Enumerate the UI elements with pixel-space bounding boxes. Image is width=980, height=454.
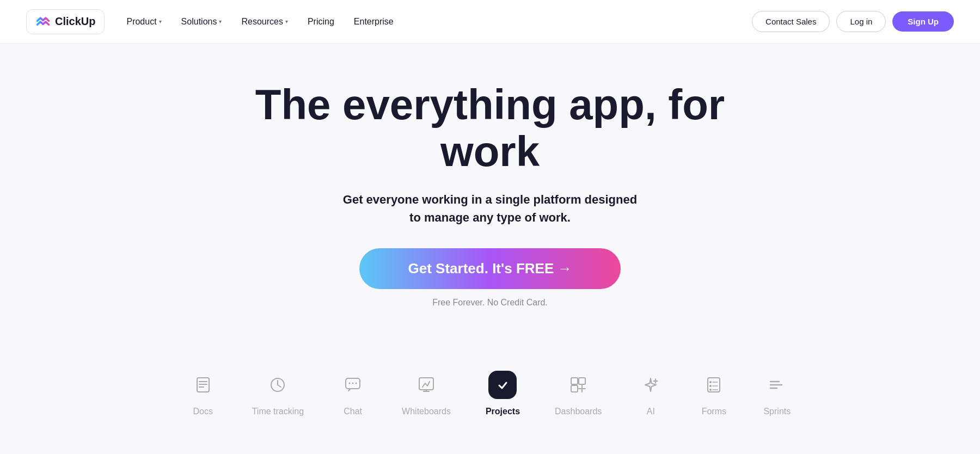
tab-chat[interactable]: Chat	[321, 362, 384, 425]
tab-ai-label: AI	[647, 407, 655, 416]
tab-time-tracking[interactable]: Time tracking	[235, 362, 321, 425]
dashboards-icon-container	[564, 371, 592, 399]
svg-rect-17	[571, 385, 578, 392]
dashboards-icon	[569, 376, 587, 394]
feature-tabs: Docs Time tracking Chat	[0, 362, 980, 425]
tab-docs-label: Docs	[193, 407, 212, 416]
svg-rect-14	[496, 378, 509, 391]
nav-product[interactable]: Product ▾	[118, 13, 170, 31]
svg-point-23	[709, 389, 712, 391]
clock-icon	[269, 376, 286, 394]
sparkle-icon	[642, 376, 659, 394]
tab-dashboards-label: Dashboards	[555, 407, 602, 416]
sprints-icon-container	[763, 371, 791, 399]
hero-section: The everything app, for work Get everyon…	[0, 44, 980, 362]
tab-ai[interactable]: AI	[619, 362, 682, 425]
tab-sprints-label: Sprints	[763, 407, 791, 416]
tab-whiteboards[interactable]: Whiteboards	[384, 362, 468, 425]
time-tracking-icon-container	[264, 371, 292, 399]
whiteboards-icon-container	[412, 371, 440, 399]
sprints-icon	[768, 376, 786, 394]
hero-note: Free Forever. No Credit Card.	[432, 298, 548, 308]
forms-icon-container	[700, 371, 728, 399]
nav-solutions[interactable]: Solutions ▾	[173, 13, 231, 31]
tab-forms-label: Forms	[702, 407, 726, 416]
nav-enterprise[interactable]: Enterprise	[345, 13, 402, 31]
tab-projects[interactable]: Projects	[468, 362, 537, 425]
chevron-down-icon: ▾	[285, 19, 288, 24]
projects-icon-container	[488, 371, 517, 399]
whiteboard-icon	[418, 376, 435, 394]
navbar: ClickUp Product ▾ Solutions ▾ Resources …	[0, 0, 980, 44]
tab-docs[interactable]: Docs	[171, 362, 235, 425]
logo-text: ClickUp	[55, 15, 95, 28]
contact-sales-button[interactable]: Contact Sales	[752, 11, 830, 32]
tab-whiteboards-label: Whiteboards	[402, 407, 451, 416]
navbar-left: ClickUp Product ▾ Solutions ▾ Resources …	[26, 9, 402, 34]
svg-point-8	[349, 382, 351, 384]
tab-forms[interactable]: Forms	[682, 362, 745, 425]
tab-projects-label: Projects	[486, 407, 520, 416]
svg-point-21	[709, 385, 712, 387]
tab-dashboards[interactable]: Dashboards	[537, 362, 619, 425]
chat-icon	[344, 376, 362, 394]
svg-point-10	[356, 382, 357, 384]
navbar-right: Contact Sales Log in Sign Up	[752, 11, 954, 32]
signup-button[interactable]: Sign Up	[892, 11, 954, 32]
svg-rect-16	[579, 378, 585, 384]
nav-resources[interactable]: Resources ▾	[232, 13, 296, 31]
logo[interactable]: ClickUp	[26, 9, 105, 34]
docs-icon	[194, 376, 212, 394]
svg-rect-15	[571, 378, 578, 384]
tab-chat-label: Chat	[344, 407, 362, 416]
svg-point-19	[709, 381, 712, 383]
clickup-logo-icon	[35, 14, 51, 29]
tab-time-tracking-label: Time tracking	[252, 407, 304, 416]
nav-pricing[interactable]: Pricing	[299, 13, 343, 31]
hero-title: The everything app, for work	[245, 82, 735, 175]
svg-point-9	[352, 382, 354, 384]
chat-icon-container	[339, 371, 367, 399]
chevron-down-icon: ▾	[219, 19, 222, 24]
ai-icon-container	[636, 371, 665, 399]
chevron-down-icon: ▾	[159, 19, 162, 24]
login-button[interactable]: Log in	[836, 11, 886, 32]
docs-icon-container	[189, 371, 217, 399]
projects-icon	[494, 376, 511, 394]
svg-line-6	[278, 385, 281, 387]
hero-subtitle: Get everyone working in a single platfor…	[338, 191, 642, 226]
forms-icon	[705, 376, 722, 394]
navbar-nav: Product ▾ Solutions ▾ Resources ▾ Pricin…	[118, 13, 402, 31]
get-started-button[interactable]: Get Started. It's FREE →	[359, 248, 621, 289]
tab-sprints[interactable]: Sprints	[745, 362, 808, 425]
